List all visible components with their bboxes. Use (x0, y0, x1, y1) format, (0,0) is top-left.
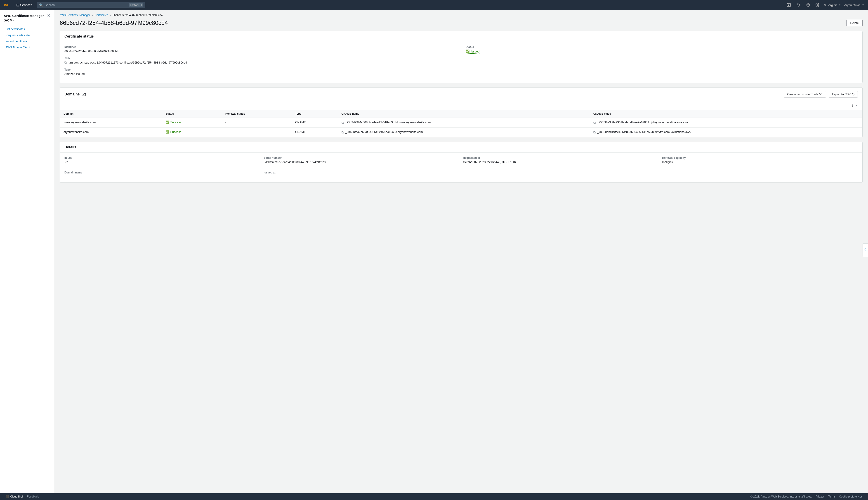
domain-name-field: Domain name (65, 171, 260, 175)
nav-icons: N. Virginia Aryan Gulati (786, 2, 864, 8)
aws-logo[interactable]: aws (4, 2, 12, 8)
bell-icon-button[interactable] (796, 2, 801, 8)
arn-label: ARN (65, 57, 456, 60)
top-navigation: aws ⊞ Services 🔍 [Option+S] (0, 0, 868, 10)
create-records-route53-button[interactable]: Create records in Route 53 (784, 91, 826, 98)
sidebar-item-label: AWS Private CA (5, 46, 27, 49)
external-link-icon: ↗ (28, 46, 30, 49)
success-icon-2: ✅ (165, 130, 169, 134)
certificate-status-body: Identifier 66b6cd72-f254-4b88-b6dd-97f99… (60, 42, 863, 83)
sidebar-item-label: Import certificate (5, 39, 27, 43)
user-menu[interactable]: Aryan Gulati (844, 3, 864, 7)
type-value: Amazon Issued (65, 72, 456, 76)
domain-name-label: Domain name (65, 171, 260, 174)
renewal-eligibility-field: Renewal eligibility Ineligible (662, 156, 858, 164)
cloudshell-button[interactable]: ⬛ CloudShell (5, 495, 23, 498)
certificate-status-title: Certificate status (65, 34, 858, 38)
settings-icon-button[interactable] (814, 2, 820, 8)
col-header-status: Status (162, 110, 222, 118)
footer: ⬛ CloudShell Feedback © 2023, Amazon Web… (0, 493, 868, 500)
sidebar-item-request-certificate[interactable]: Request certificate (0, 32, 54, 38)
sidebar-item-label: Request certificate (5, 33, 30, 37)
col-header-domain: Domain (60, 110, 162, 118)
help-panel-toggle[interactable]: ? (863, 243, 868, 257)
region-selector[interactable]: N. Virginia (824, 3, 841, 7)
domains-actions: Create records in Route 53 Export to CSV… (784, 91, 858, 98)
issued-at-label: Issued at (264, 171, 460, 174)
copy-cname-name-icon-2[interactable]: ⧉ (342, 130, 344, 134)
breadcrumb-current: 66b6cd72-f254-4b88-b6dd-97f999c80cb4 (113, 14, 163, 17)
copy-arn-icon[interactable]: ⧉ (65, 60, 67, 65)
type-label: Type (65, 68, 456, 71)
sidebar-item-import-certificate[interactable]: Import certificate (0, 38, 54, 44)
breadcrumb-link-acm[interactable]: AWS Certificate Manager (60, 14, 90, 17)
terminal-icon-button[interactable] (786, 2, 792, 8)
footer-copyright: © 2023, Amazon Web Services, Inc. or its… (751, 495, 812, 498)
grid-icon: ⊞ (16, 3, 19, 7)
requested-at-field: Requested at October 07, 2023, 22:02:44 … (463, 156, 659, 164)
export-csv-button[interactable]: Export to CSV ⬡ (829, 91, 858, 98)
terms-link[interactable]: Terms (828, 495, 835, 498)
services-button[interactable]: ⊞ Services (14, 2, 34, 8)
copy-cname-value-icon-2[interactable]: ⧉ (593, 130, 595, 134)
privacy-link[interactable]: Privacy (815, 495, 824, 498)
domains-table: Domain Status Renewal status Type CNAME … (60, 110, 863, 137)
main-content: AWS Certificate Manager › Certificates ›… (54, 10, 868, 493)
sidebar-close-button[interactable]: ✕ (47, 14, 50, 18)
requested-at-label: Requested at (463, 156, 659, 159)
breadcrumb-link-certificates[interactable]: Certificates (95, 14, 108, 17)
help-icon-button[interactable] (805, 2, 811, 8)
region-label: N. Virginia (824, 3, 837, 7)
sidebar-item-list-certificates[interactable]: List certificates (0, 26, 54, 32)
details-card: Details In use No Serial number 0d:1b:48… (60, 142, 863, 182)
cname-name-cell-1: ⧉ _95c3d23b4c008dfcadeed5b518ed3d1d.www.… (338, 118, 590, 127)
sidebar-navigation: List certificates Request certificate Im… (0, 26, 54, 50)
copy-cname-name-icon-1[interactable]: ⧉ (342, 121, 344, 125)
arn-row: ⧉ arn:aws:acm:us-east-1:049072111173:cer… (65, 60, 456, 65)
domain-cell-2: aryanswebsite.com (60, 127, 162, 137)
col-header-renewal-status: Renewal status (222, 110, 292, 118)
status-issued: ✅ Issued (466, 49, 479, 54)
search-input[interactable] (45, 3, 127, 7)
pagination-prev-button[interactable]: ‹ (847, 103, 850, 108)
footer-left: ⬛ CloudShell Feedback (5, 495, 39, 498)
renewal-eligibility-value: Ineligible (662, 160, 858, 164)
feedback-button[interactable]: Feedback (27, 495, 39, 498)
serial-number-value: 0d:1b:48:d2:72:ad:4e:03:80:44:59:31:74:c… (264, 160, 460, 164)
user-label: Aryan Gulati (844, 3, 860, 7)
type-cell-2: CNAME (292, 127, 338, 137)
type-field: Type Amazon Issued (65, 68, 456, 76)
details-grid: In use No Serial number 0d:1b:48:d2:72:a… (60, 153, 863, 182)
help-icon: ? (864, 248, 866, 252)
pagination-next-button[interactable]: › (855, 103, 858, 108)
status-success-1: ✅ Success (165, 121, 218, 124)
breadcrumb: AWS Certificate Manager › Certificates ›… (60, 14, 863, 17)
delete-button[interactable]: Delete (846, 20, 863, 26)
success-icon-1: ✅ (165, 121, 169, 124)
copy-cname-value-icon-1[interactable]: ⧉ (593, 121, 595, 125)
cookie-preferences-link[interactable]: Cookie preferences (839, 495, 863, 498)
domains-title: Domains (2) (65, 92, 86, 96)
arn-value: arn:aws:acm:us-east-1:049072111173:certi… (69, 61, 187, 64)
identifier-field: Identifier 66b6cd72-f254-4b88-b6dd-97f99… (65, 45, 456, 53)
domains-card: Domains (2) Create records in Route 53 E… (60, 88, 863, 137)
status-label: Status (466, 45, 858, 49)
sidebar-header: AWS Certificate Manager (ACM) ✕ (0, 14, 54, 26)
certificate-status-header: Certificate status (60, 31, 863, 42)
page-header: 66b6cd72-f254-4b88-b6dd-97f999c80cb4 Del… (60, 20, 863, 26)
domains-header: Domains (2) Create records in Route 53 E… (60, 88, 863, 101)
issued-at-field: Issued at (264, 171, 460, 175)
export-icon: ⬡ (852, 92, 854, 96)
col-header-type: Type (292, 110, 338, 118)
search-icon: 🔍 (39, 3, 43, 7)
sidebar-item-aws-private-ca[interactable]: AWS Private CA ↗ (0, 44, 54, 50)
col-header-cname-value: CNAME value (590, 110, 863, 118)
services-label: Services (20, 3, 32, 7)
footer-right: © 2023, Amazon Web Services, Inc. or its… (751, 495, 863, 498)
search-shortcut: [Option+S] (129, 3, 143, 7)
status-cell-1: ✅ Success (162, 118, 222, 127)
table-row: www.aryanswebsite.com ✅ Success - CNAME … (60, 118, 863, 127)
svg-point-3 (806, 3, 810, 7)
table-row: aryanswebsite.com ✅ Success - CNAME ⧉ (60, 127, 863, 137)
terminal-footer-icon: ⬛ (5, 495, 9, 498)
